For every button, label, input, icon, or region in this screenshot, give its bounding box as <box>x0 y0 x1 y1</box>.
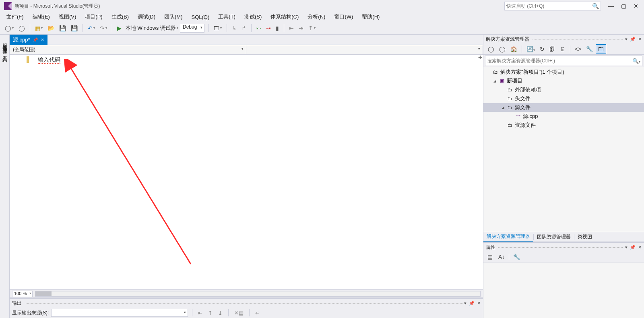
redo-button[interactable]: ↷▾ <box>98 24 109 32</box>
menu-team[interactable]: 团队(M) <box>160 12 187 21</box>
prop-categorized-icon[interactable]: ▤ <box>486 254 494 260</box>
expander-icon[interactable]: ◢ <box>500 105 505 109</box>
tree-external-deps[interactable]: 🗀 外部依赖项 <box>483 85 644 94</box>
output-prev-icon[interactable]: ⇤ <box>196 310 204 316</box>
se-preview-icon[interactable]: 🗔 <box>596 44 606 54</box>
quick-launch[interactable]: 🔍 <box>504 2 601 10</box>
cpp-file-icon: ⁺⁺ <box>515 114 521 119</box>
menu-window[interactable]: 窗口(W) <box>330 12 357 21</box>
save-all-button[interactable]: 💾 <box>69 24 79 32</box>
tree-project[interactable]: ◢▣ 新项目 <box>483 76 644 85</box>
server-explorer-tab[interactable]: 服务器资源管理器 <box>0 36 9 49</box>
misc-button-4[interactable]: ⤒▾ <box>307 24 317 32</box>
tree-resources[interactable]: 🗀 资源文件 <box>483 121 644 130</box>
output-source-combo[interactable] <box>51 309 188 317</box>
se-viewcode-icon[interactable]: <> <box>573 45 583 54</box>
menu-help[interactable]: 帮助(H) <box>358 12 384 21</box>
start-debugging-button[interactable]: ▶ <box>116 24 123 32</box>
properties-grid[interactable] <box>483 262 644 318</box>
prop-alphabetical-icon[interactable]: A↓ <box>497 254 506 260</box>
maximize-button[interactable]: ▢ <box>621 3 626 9</box>
misc-button-2[interactable]: ⇤ <box>287 24 295 32</box>
undo-button[interactable]: ↶▾ <box>86 24 97 32</box>
menu-project[interactable]: 项目(P) <box>81 12 106 21</box>
open-file-button[interactable]: 📂 <box>46 24 56 32</box>
minimize-button[interactable]: — <box>608 3 614 9</box>
menu-test[interactable]: 测试(S) <box>240 12 266 21</box>
tab-team-explorer[interactable]: 团队资源管理器 <box>534 232 574 242</box>
output-next-icon[interactable]: ⤒ <box>206 310 214 316</box>
se-back-icon[interactable]: ◯ <box>486 45 496 54</box>
output-close-icon[interactable]: ✕ <box>477 301 481 306</box>
menu-architecture[interactable]: 体系结构(C) <box>266 12 303 21</box>
menu-sql[interactable]: SQL(Q) <box>188 13 214 21</box>
step-over-button[interactable]: ↱ <box>240 24 248 32</box>
expander-icon[interactable]: ◢ <box>492 79 497 83</box>
misc-button-1[interactable]: 🗔▾ <box>212 24 223 32</box>
back-button[interactable]: ◯▾ <box>3 24 15 32</box>
bookmark-button[interactable]: ▮ <box>274 24 281 32</box>
search-icon[interactable]: 🔍▾ <box>632 58 640 64</box>
scope-combo[interactable]: (全局范围) <box>10 45 246 54</box>
se-showall-icon[interactable]: 🗎 <box>558 45 568 54</box>
pin-icon[interactable]: 📌 <box>33 37 38 43</box>
zoom-combo[interactable]: 100 % <box>12 291 33 297</box>
uncomment-button[interactable]: ⤻ <box>264 24 272 32</box>
step-into-button[interactable]: ↳ <box>230 24 238 32</box>
menu-bar: 文件(F) 编辑(E) 视图(V) 项目(P) 生成(B) 调试(D) 团队(M… <box>0 12 644 22</box>
tree-sources[interactable]: ◢🗀 源文件 <box>483 103 644 112</box>
prop-dropdown-icon[interactable]: ▾ <box>625 245 627 250</box>
output-goto-icon[interactable]: ⤓ <box>217 310 224 316</box>
se-pin-icon[interactable]: 📌 <box>630 37 636 42</box>
menu-analyze[interactable]: 分析(N) <box>303 12 329 21</box>
save-button[interactable]: 💾 <box>58 24 68 32</box>
menu-debug[interactable]: 调试(D) <box>134 12 159 21</box>
toolbox-tab[interactable]: 工具箱 <box>0 49 9 58</box>
tree-headers[interactable]: 🗀 头文件 <box>483 94 644 103</box>
tree-solution-root[interactable]: 🗂 解决方案"新项目"(1 个项目) <box>483 68 644 76</box>
menu-tools[interactable]: 工具(T) <box>214 12 239 21</box>
quick-launch-input[interactable] <box>506 3 592 9</box>
debugger-dropdown-icon[interactable]: ▾ <box>177 26 178 30</box>
se-search-input[interactable] <box>487 58 632 64</box>
se-home-icon[interactable]: 🏠 <box>508 45 519 54</box>
close-icon[interactable]: ✕ <box>41 37 44 43</box>
new-project-button[interactable]: ▦▾ <box>33 24 44 32</box>
menu-file[interactable]: 文件(F) <box>2 12 28 21</box>
output-pin-icon[interactable]: 📌 <box>469 301 475 306</box>
solution-tree[interactable]: 🗂 解决方案"新项目"(1 个项目) ◢▣ 新项目 🗀 外部依赖项 🗀 头文件 … <box>483 67 644 232</box>
output-wordwrap-icon[interactable]: ↩ <box>254 310 261 316</box>
document-tab-source-cpp[interactable]: 源.cpp* 📌 ✕ <box>10 35 47 45</box>
tab-solution-explorer[interactable]: 解决方案资源管理器 <box>483 232 533 242</box>
code-editor[interactable]: 输入代码 ✚ <box>10 55 483 289</box>
member-combo[interactable] <box>246 45 483 54</box>
close-button[interactable]: ✕ <box>634 3 638 9</box>
solution-explorer-search[interactable]: 🔍▾ <box>485 56 642 66</box>
debugger-label[interactable]: 本地 Windows 调试器 <box>126 25 176 32</box>
se-forward-icon[interactable]: ◯ <box>497 45 508 54</box>
forward-button[interactable]: ◯ <box>17 24 27 32</box>
output-dropdown-icon[interactable]: ▾ <box>464 301 466 306</box>
menu-edit[interactable]: 编辑(E) <box>29 12 54 21</box>
tab-class-view[interactable]: 类视图 <box>574 232 595 242</box>
se-refresh-icon[interactable]: ↻ <box>538 45 547 54</box>
prop-close-icon[interactable]: ✕ <box>638 245 642 250</box>
menu-build[interactable]: 生成(B) <box>107 12 133 21</box>
se-collapse-icon[interactable]: 🗐 <box>547 45 557 54</box>
horizontal-scrollbar[interactable] <box>35 291 481 297</box>
misc-button-3[interactable]: ⇥ <box>297 24 305 32</box>
se-dropdown-icon[interactable]: ▾ <box>625 37 627 42</box>
output-panel: 输出 ▾ 📌 ✕ 显示输出来源(S): ⇤ ⤒ ⤓ ✕▤ ↩ <box>10 297 483 318</box>
tree-source-file[interactable]: ⁺⁺ 源.cpp <box>483 112 644 121</box>
se-properties-icon[interactable]: 🔧 <box>584 45 595 54</box>
comment-button[interactable]: ⤺ <box>255 24 263 32</box>
prop-pin-icon[interactable]: 📌 <box>630 245 636 250</box>
menu-view[interactable]: 视图(V) <box>55 12 80 21</box>
configuration-combo[interactable]: Debug <box>180 24 204 33</box>
se-close-icon[interactable]: ✕ <box>638 37 642 42</box>
se-sync-icon[interactable]: 🔄▾ <box>524 45 537 54</box>
output-clear-icon[interactable]: ✕▤ <box>233 310 245 316</box>
split-grip-icon[interactable]: ✚ <box>477 55 483 60</box>
prop-wrench-icon[interactable]: 🔧 <box>512 254 522 260</box>
search-icon[interactable]: 🔍 <box>592 3 599 9</box>
